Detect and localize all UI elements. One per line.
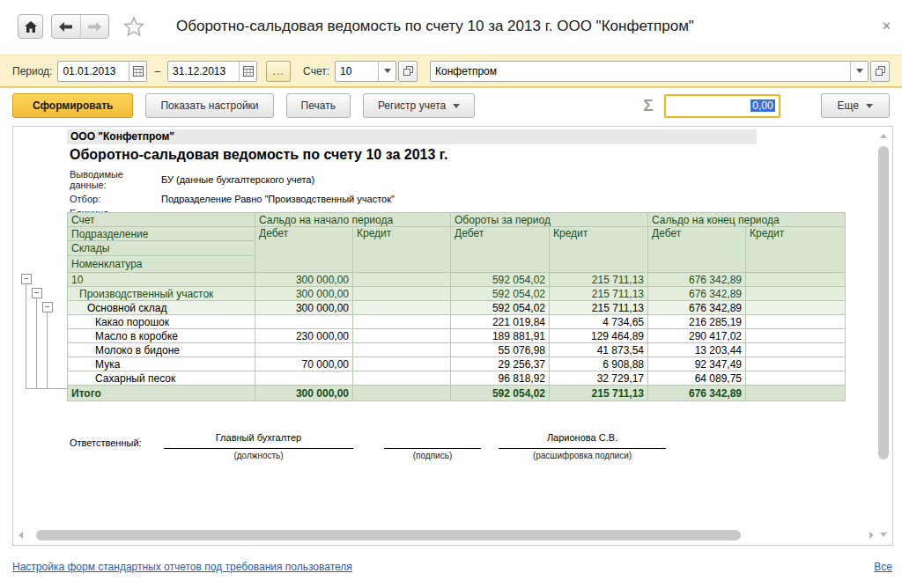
history-nav-group (51, 14, 109, 39)
row-cell: 592 054,02 (451, 301, 550, 315)
period-from-field[interactable]: 01.01.2013 (57, 61, 147, 82)
table-row[interactable]: Масло в коробке 230 000,00 189 881,91 12… (68, 329, 846, 343)
row-cell: 676 342,89 (648, 287, 746, 301)
row-cell: 64 089,75 (648, 371, 746, 386)
row-cell (353, 301, 451, 315)
table-row[interactable]: Мука 70 000,00 29 256,37 6 908,88 92 347… (68, 357, 846, 371)
favorites-star-icon[interactable] (123, 16, 144, 37)
col-header-credit: Кредит (353, 227, 451, 273)
more-menu-button[interactable]: Еще (821, 93, 890, 118)
vertical-scroll-thumb[interactable] (878, 146, 889, 459)
info-label: Отбор: (70, 194, 161, 204)
row-cell: 41 873,54 (550, 343, 648, 357)
report-content: ООО "Конфетпром" Оборотно-сальдовая ведо… (67, 127, 864, 528)
signature-sign-value (384, 432, 481, 449)
forward-button[interactable] (80, 15, 108, 38)
organization-field[interactable]: Конфетпром (430, 61, 869, 82)
table-row[interactable]: Основной склад 300 000,00 592 054,02 215… (68, 301, 846, 315)
row-cell (353, 329, 451, 343)
total-label: Итого (68, 386, 255, 401)
report-toolbar: Сформировать Показать настройки Печать Р… (0, 90, 902, 121)
total-cell (746, 386, 846, 401)
table-header-row: Подразделение Дебет Кредит Дебет Кредит … (68, 227, 846, 241)
table-row[interactable]: Какао порошок 221 019,84 4 734,65 216 28… (68, 315, 846, 329)
row-cell: 676 342,89 (648, 273, 746, 287)
sum-value[interactable]: 0,00 (750, 99, 774, 112)
collapse-group-icon[interactable]: − (21, 274, 32, 284)
scroll-left-icon[interactable] (18, 532, 23, 539)
row-cell: 70 000,00 (255, 357, 353, 371)
period-to-value[interactable]: 31.12.2013 (168, 65, 239, 77)
chevron-down-icon[interactable] (850, 62, 868, 81)
report-org-name[interactable]: ООО "Конфетпром" (67, 129, 757, 144)
chevron-down-icon[interactable] (378, 62, 396, 81)
account-open-icon[interactable] (398, 61, 418, 82)
signature-caption: (расшифровка подписи) (499, 449, 666, 460)
calendar-icon[interactable] (129, 62, 146, 81)
period-dash: – (154, 65, 160, 77)
organization-value[interactable]: Конфетпром (431, 65, 850, 77)
period-from-value[interactable]: 01.01.2013 (58, 65, 129, 77)
collapse-group-icon[interactable]: − (42, 302, 53, 312)
row-cell: 92 347,49 (648, 357, 746, 371)
col-group-opening: Сальдо на начало периода (255, 213, 451, 227)
total-cell (353, 386, 451, 401)
all-link[interactable]: Все (874, 561, 892, 573)
row-cell: 189 881,91 (451, 329, 550, 343)
row-label: Молоко в бидоне (68, 343, 255, 357)
back-button[interactable] (52, 15, 80, 38)
row-cell (353, 315, 451, 329)
info-row: Отбор: Подразделение Равно "Производстве… (70, 189, 395, 209)
row-cell (353, 273, 451, 287)
horizontal-scrollbar[interactable] (17, 529, 876, 541)
period-to-field[interactable]: 31.12.2013 (167, 61, 257, 82)
row-cell (746, 329, 846, 343)
organization-open-icon[interactable] (870, 61, 890, 82)
collapse-group-icon[interactable]: − (32, 288, 42, 298)
account-field[interactable]: 10 (335, 61, 396, 82)
table-row[interactable]: Производственный участок 300 000,00 592 … (68, 287, 846, 301)
home-button[interactable] (18, 14, 43, 39)
table-row[interactable]: 10 300 000,00 592 054,02 215 711,13 676 … (68, 273, 846, 287)
scroll-up-icon[interactable] (880, 134, 887, 138)
row-cell: 55 076,98 (451, 343, 550, 357)
total-row[interactable]: Итого 300 000,00 592 054,02 215 711,13 6… (68, 386, 846, 401)
horizontal-scroll-thumb[interactable] (36, 530, 741, 540)
scroll-down-icon[interactable] (880, 533, 887, 537)
report-table-body: Счет Сальдо на начало периода Обороты за… (68, 213, 846, 401)
close-icon[interactable]: ✕ (882, 19, 891, 33)
report-title: Оборотно-сальдовая ведомость по счету 10… (70, 147, 447, 163)
scroll-right-icon[interactable] (869, 532, 874, 539)
total-cell: 300 000,00 (255, 386, 353, 401)
row-label: Сахарный песок (68, 371, 255, 386)
print-button[interactable]: Печать (286, 93, 351, 118)
table-row[interactable]: Сахарный песок 96 818,92 32 729,17 64 08… (68, 371, 846, 386)
row-cell: 29 256,37 (451, 357, 550, 371)
report-settings-link[interactable]: Настройка форм стандартных отчетов под т… (12, 561, 352, 573)
register-menu-button[interactable]: Регистр учета (363, 93, 475, 118)
sum-input[interactable]: 0,00 (664, 94, 780, 118)
show-settings-button[interactable]: Показать настройки (145, 93, 273, 118)
generate-button[interactable]: Сформировать (12, 93, 133, 118)
tree-connector-line (36, 298, 37, 388)
row-cell: 6 908,88 (550, 357, 648, 371)
info-row: Выводимые данные: БУ (данные бухгалтерск… (70, 170, 395, 189)
sigma-icon: Σ (643, 96, 653, 115)
balance-table: Счет Сальдо на начало периода Обороты за… (67, 212, 846, 401)
account-value[interactable]: 10 (336, 65, 378, 77)
more-menu-label: Еще (838, 99, 859, 112)
col-header-debit: Дебет (255, 227, 353, 273)
row-label: Масло в коробке (68, 329, 255, 343)
col-header-credit: Кредит (746, 227, 846, 273)
signature-block: (подпись) (384, 432, 481, 460)
calendar-icon[interactable] (239, 62, 256, 81)
choose-period-button[interactable]: ... (266, 61, 291, 82)
filter-bar: Период: 01.01.2013 – 31.12.2013 ... Счет… (0, 55, 902, 88)
row-cell: 32 729,17 (550, 371, 648, 386)
info-value: Подразделение Равно "Производственный уч… (161, 194, 395, 204)
table-row[interactable]: Молоко в бидоне 55 076,98 41 873,54 13 2… (68, 343, 846, 357)
period-label: Период: (12, 65, 52, 77)
row-cell: 221 019,84 (451, 315, 550, 329)
vertical-scrollbar[interactable] (877, 130, 890, 537)
col-header-warehouses: Склады (68, 241, 255, 256)
